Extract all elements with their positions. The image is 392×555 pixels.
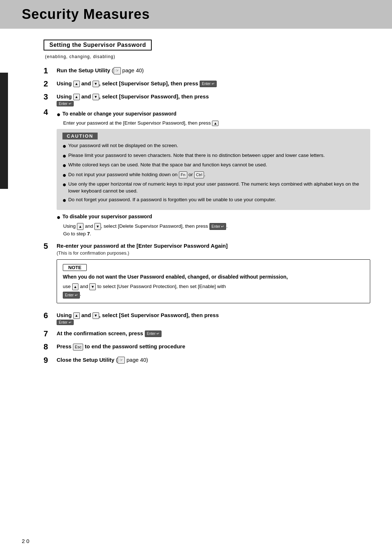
caution-bullet-icon-1: ● xyxy=(62,142,68,150)
step-7-text: At the confirmation screen, press Enter … xyxy=(57,330,162,336)
step-4-disable-label: To disable your supervisor password xyxy=(62,214,152,219)
step-9-number: 9 xyxy=(44,356,57,365)
up-arrow-icon-4d: ▲ xyxy=(77,223,83,230)
down-arrow-icon-6: ▼ xyxy=(93,312,99,319)
step-2: 2 Using ▲ and ▼, select [Supervisor Setu… xyxy=(44,80,370,88)
step-1: 1 Run the Setup Utility (☞ page 40) xyxy=(44,66,370,75)
step-1-number: 1 xyxy=(44,66,57,75)
page-number: 2 0 xyxy=(22,538,29,544)
step-8-number: 8 xyxy=(44,343,57,351)
caution-bullet-2: ● Please limit your password to seven ch… xyxy=(62,152,364,160)
step-2-content: Using ▲ and ▼, select [Supervisor Setup]… xyxy=(57,80,370,87)
step-1-icon: (☞ page 40) xyxy=(112,67,144,73)
caution-bullet-icon-5: ● xyxy=(62,181,68,189)
caution-bullet-5: ● Use only the upper horizontal row of n… xyxy=(62,181,364,195)
caution-text-3: White colored keys can be used. Note tha… xyxy=(68,162,364,169)
content-area: Setting the Supervisor Password (enablin… xyxy=(0,40,392,365)
step-3-content: Using ▲ and ▼, select [Supervisor Passwo… xyxy=(57,93,370,106)
step-9-text: Close the Setup Utility (☞ page 40) xyxy=(57,357,148,363)
step-9-ref: (☞ page 40) xyxy=(116,357,148,363)
enter-icon-3: Enter ↵ xyxy=(57,101,74,106)
caution-label: CAUTION xyxy=(62,133,98,139)
up-arrow-icon-3: ▲ xyxy=(73,94,80,100)
step-1-content: Run the Setup Utility (☞ page 40) xyxy=(57,66,370,74)
step-3-text: Using ▲ and ▼, select [Supervisor Passwo… xyxy=(57,93,209,100)
caution-bullet-icon-3: ● xyxy=(62,162,68,170)
step-4-content: ● To enable or change your supervisor pa… xyxy=(57,108,370,237)
step-7-number: 7 xyxy=(44,329,57,338)
step-4-disable-text: Using ▲ and ▼, select [Delete Supervisor… xyxy=(63,223,370,238)
caution-box: CAUTION ● Your password will not be disp… xyxy=(57,129,370,210)
caution-bullet-1: ● Your password will not be displayed on… xyxy=(62,142,364,150)
step-2-number: 2 xyxy=(44,80,57,88)
caution-bullet-4: ● Do not input your password while holdi… xyxy=(62,171,364,179)
up-arrow-icon-note: ▲ xyxy=(72,283,79,290)
step-2-text: Using ▲ and ▼, select [Supervisor Setup]… xyxy=(57,80,217,86)
caution-text-5: Use only the upper horizontal row of num… xyxy=(68,181,364,195)
step-5-content: Re-enter your password at the [Enter Sup… xyxy=(57,242,370,307)
step-1-text: Run the Setup Utility (☞ page 40) xyxy=(57,67,144,73)
section-subtitle: (enabling, changing, disabling) xyxy=(45,54,370,59)
enter-icon-7: Enter ↵ xyxy=(145,331,162,337)
ctrl-key-icon: Ctrl xyxy=(194,171,204,178)
caution-bullet-icon-6: ● xyxy=(62,197,68,204)
step-8-text: Press Esc to end the password setting pr… xyxy=(57,343,185,349)
note-bold-text: When you do not want the User Password e… xyxy=(63,273,364,281)
step-4: 4 ● To enable or change your supervisor … xyxy=(44,108,370,237)
note-box: NOTE When you do not want the User Passw… xyxy=(57,259,370,303)
caution-text-4: Do not input your password while holding… xyxy=(68,171,364,178)
page-ref-icon-9: ☞ xyxy=(118,357,125,364)
section-heading: Setting the Supervisor Password xyxy=(44,40,152,50)
down-arrow-icon-note: ▼ xyxy=(89,283,96,290)
step-5-number: 5 xyxy=(44,242,57,251)
step-8-content: Press Esc to end the password setting pr… xyxy=(57,343,370,351)
note-label: NOTE xyxy=(63,264,87,271)
note-normal-text: use ▲ and ▼ to select [User Password Pro… xyxy=(63,283,364,299)
caution-text-6: Do not forget your password. If a passwo… xyxy=(68,197,364,203)
caution-text-2: Please limit your password to seven char… xyxy=(68,152,364,159)
caution-text-1: Your password will not be displayed on t… xyxy=(68,142,364,149)
bullet-icon-4b: ● xyxy=(57,214,62,222)
down-arrow-icon-3: ▼ xyxy=(93,94,99,100)
up-arrow-icon-2: ▲ xyxy=(73,81,80,87)
caution-bullet-6: ● Do not forget your password. If a pass… xyxy=(62,197,364,204)
enter-icon-4d: Enter ↵ xyxy=(209,223,226,230)
enter-icon-2: Enter ↵ xyxy=(200,81,217,87)
caution-bullet-3: ● White colored keys can be used. Note t… xyxy=(62,162,364,170)
caution-bullet-icon-4: ● xyxy=(62,171,68,179)
step-4-disable-heading: ● To disable your supervisor password xyxy=(57,214,370,222)
enter-small-icon-4: ▲ xyxy=(212,121,219,126)
step-7-content: At the confirmation screen, press Enter … xyxy=(57,329,370,337)
enter-icon-6: Enter ↵ xyxy=(57,320,74,325)
down-arrow-icon-4d: ▼ xyxy=(94,223,101,230)
page-ref-icon-1: ☞ xyxy=(114,67,121,74)
esc-icon-8: Esc xyxy=(73,344,83,351)
caution-bullet-icon-2: ● xyxy=(62,152,68,160)
step-9-content: Close the Setup Utility (☞ page 40) xyxy=(57,356,370,364)
step-6-content: Using ▲ and ▼, select [Set Supervisor Pa… xyxy=(57,311,370,325)
step-5-text: Re-enter your password at the [Enter Sup… xyxy=(57,243,228,249)
enter-icon-note: Enter ↵ xyxy=(63,292,80,299)
page-title: Security Measures xyxy=(22,7,377,22)
step-6-text: Using ▲ and ▼, select [Set Supervisor Pa… xyxy=(57,312,219,318)
step-6: 6 Using ▲ and ▼, select [Set Supervisor … xyxy=(44,311,370,325)
step-8: 8 Press Esc to end the password setting … xyxy=(44,343,370,351)
step-4-number: 4 xyxy=(44,108,57,117)
step-6-number: 6 xyxy=(44,311,57,320)
step-9: 9 Close the Setup Utility (☞ page 40) xyxy=(44,356,370,365)
step-5-confirmation: (This is for confirmation purposes.) xyxy=(57,250,370,256)
up-arrow-icon-6: ▲ xyxy=(73,312,80,319)
step-ref-7: 7 xyxy=(87,231,90,236)
bullet-icon-4a: ● xyxy=(57,111,62,119)
step-4-enable-label: To enable or change your supervisor pass… xyxy=(62,111,176,117)
step-4-enter-line: Enter your password at the [Enter Superv… xyxy=(63,120,370,126)
step-7: 7 At the confirmation screen, press Ente… xyxy=(44,329,370,338)
section-heading-wrapper: Setting the Supervisor Password xyxy=(44,40,370,52)
left-bar xyxy=(0,73,8,189)
step-4-enable-heading: ● To enable or change your supervisor pa… xyxy=(57,111,370,119)
step-3-number: 3 xyxy=(44,93,57,101)
step-3: 3 Using ▲ and ▼, select [Supervisor Pass… xyxy=(44,93,370,106)
step-5: 5 Re-enter your password at the [Enter S… xyxy=(44,242,370,307)
down-arrow-icon-2: ▼ xyxy=(93,81,99,87)
page-header: Security Measures xyxy=(0,0,392,29)
